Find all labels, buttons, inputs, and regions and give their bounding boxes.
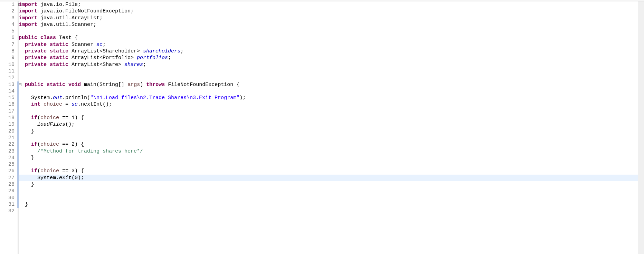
line-number[interactable]: 12 [0,75,17,81]
line-number[interactable]: 32 [0,208,17,214]
line-number[interactable]: 25 [0,161,17,168]
code-token [47,55,50,61]
line-number[interactable]: 11 [0,68,17,75]
code-line[interactable]: if(choice == 3) { [17,168,644,174]
code-line[interactable]: if(choice == 2) { [17,141,644,148]
code-token: ; [180,48,183,54]
line-number[interactable]: 20 [0,128,17,135]
line-number[interactable]: 7 [0,41,17,48]
code-line[interactable] [17,188,644,194]
code-line[interactable]: if(choice == 1) { [17,115,644,121]
line-number[interactable]: 14 [0,88,17,95]
code-line[interactable]: private static ArrayList<Shareholder> sh… [17,48,644,55]
line-number-gutter[interactable]: 1−2345678910111213−141516171819202122232… [0,1,17,254]
code-line[interactable]: } [17,155,644,161]
code-line[interactable]: public class Test { [17,35,644,41]
code-line[interactable] [17,108,644,115]
code-token: System. [19,175,59,181]
code-token: if [31,141,37,147]
line-number[interactable]: 30 [0,195,17,201]
code-token: shares [124,62,143,68]
code-line[interactable]: loadFiles(); [17,121,644,128]
code-line[interactable] [17,195,644,201]
code-line[interactable]: import java.util.Scanner; [17,21,644,28]
line-number[interactable]: 10 [0,61,17,68]
line-number[interactable]: 16 [0,101,17,108]
code-line[interactable]: } [17,128,644,135]
code-token: /*Method for trading shares here*/ [37,148,143,154]
code-line[interactable]: System.exit(0); [17,175,644,181]
code-token: FileNotFoundException { [165,82,239,88]
code-token: } [19,155,34,161]
code-line[interactable]: private static ArrayList<Portfolio> port… [17,55,644,61]
code-line[interactable]: /*Method for trading shares here*/ [17,148,644,155]
change-bar [17,155,19,161]
code-line[interactable] [17,28,644,35]
code-line[interactable]: public static void main(String[] args) t… [17,81,644,88]
line-number[interactable]: 13− [0,81,17,88]
code-line[interactable]: import java.io.File; [17,1,644,8]
code-token [19,101,31,107]
change-bar [17,121,19,128]
code-token [65,82,68,88]
change-bar [17,81,19,88]
code-line[interactable]: private static Scanner sc; [17,41,644,48]
code-area[interactable]: import java.io.File;import java.io.FileN… [17,1,644,254]
line-number[interactable]: 8 [0,48,17,55]
code-token [19,168,31,174]
code-token: private [25,42,47,48]
code-editor[interactable]: 1−2345678910111213−141516171819202122232… [0,1,644,254]
line-number[interactable]: 24 [0,155,17,161]
change-bar [17,108,19,115]
code-token: if [31,168,37,174]
line-number[interactable]: 21 [0,135,17,141]
line-number[interactable]: 28 [0,181,17,188]
line-number[interactable]: 3 [0,15,17,21]
code-line[interactable] [17,135,644,141]
line-number[interactable]: 22 [0,141,17,148]
line-number[interactable]: 23 [0,148,17,155]
code-line[interactable]: import java.util.ArrayList; [17,15,644,21]
line-number[interactable]: 5 [0,28,17,35]
code-line[interactable] [17,161,644,168]
line-number[interactable]: 18 [0,115,17,121]
line-number[interactable]: 15 [0,95,17,101]
line-number[interactable]: 29 [0,188,17,194]
code-token [47,62,50,68]
line-number[interactable]: 9 [0,55,17,61]
change-bar [17,141,19,148]
code-token [19,148,37,154]
code-line[interactable]: private static ArrayList<Share> shares; [17,61,644,68]
code-line[interactable]: } [17,181,644,188]
line-number[interactable]: 2 [0,8,17,14]
code-line[interactable] [17,208,644,214]
code-line[interactable]: import java.io.FileNotFoundException; [17,8,644,14]
code-token: == 1) { [59,115,84,121]
line-number[interactable]: 17 [0,108,17,115]
code-token: choice [40,168,59,174]
change-bar [17,188,19,194]
line-number[interactable]: 19 [0,121,17,128]
code-token [19,62,25,68]
code-line[interactable] [17,75,644,81]
code-token [47,42,50,48]
line-number[interactable]: 31 [0,201,17,208]
change-bar [17,201,19,208]
code-line[interactable] [17,88,644,95]
code-line[interactable] [17,68,644,75]
line-number[interactable]: 27 [0,175,17,181]
code-token: java.io.File; [37,2,81,8]
code-token [19,82,25,88]
line-number[interactable]: 4 [0,21,17,28]
line-number[interactable]: 1− [0,1,17,8]
code-line[interactable]: int choice = sc.nextInt(); [17,101,644,108]
line-number[interactable]: 26 [0,168,17,174]
code-token: ; [103,42,106,48]
code-line[interactable]: } [17,201,644,208]
code-line[interactable]: System.out.println("\n1.Load files\n2.Tr… [17,95,644,101]
change-bar [17,135,19,141]
code-token: private [25,48,47,54]
code-token: ; [143,62,146,68]
line-number[interactable]: 6 [0,35,17,41]
vertical-scrollbar[interactable] [638,1,644,254]
